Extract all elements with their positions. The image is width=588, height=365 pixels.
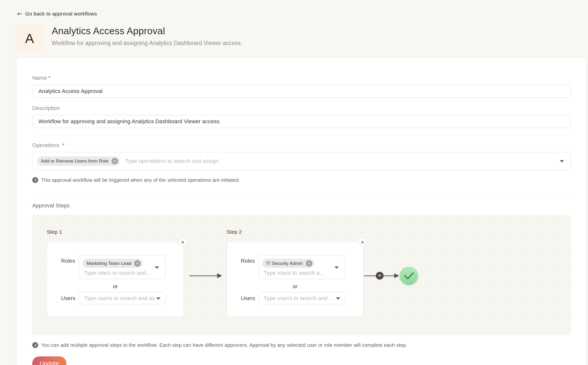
required-asterisk: * [49, 75, 51, 81]
info-icon: i [32, 342, 38, 348]
update-button[interactable]: Update [32, 356, 66, 365]
roles-placeholder: Type role/s to search and... [84, 270, 156, 276]
operations-placeholder: Type operation/s to search and assign [125, 158, 219, 164]
back-link[interactable]: ← Go back to approval workflows [17, 11, 97, 17]
info-icon: i [32, 177, 38, 183]
steps-info-text: You can add multiple approval steps to t… [41, 342, 407, 348]
chip-remove-icon[interactable]: × [306, 260, 312, 267]
approval-workflow-page: ← Go back to approval workflows A Analyt… [0, 0, 588, 365]
step-2-close-button[interactable]: × [358, 238, 367, 246]
operations-multiselect[interactable]: Add or Remove Users from Role × Type ope… [32, 152, 571, 170]
operation-chip-label: Add or Remove Users from Role [41, 158, 109, 164]
roles-label: Roles [241, 258, 255, 264]
divider [32, 135, 571, 135]
chevron-down-icon[interactable] [560, 160, 564, 163]
divider [32, 193, 571, 194]
step-2-roles-select[interactable]: IT Security Admin × Type role/s to searc… [259, 255, 345, 279]
role-chip-label: IT Security Admin [266, 261, 303, 266]
steps-info: i You can add multiple approval steps to… [32, 342, 571, 348]
approval-steps-canvas: Step 1 × Roles Marketing Team Lead × Typ… [32, 215, 571, 335]
step-1-group: Step 1 × Roles Marketing Team Lead × Typ… [47, 229, 184, 317]
check-icon [404, 272, 414, 280]
role-chip: IT Security Admin × [262, 259, 314, 268]
operations-label: Operations * [32, 142, 571, 149]
close-icon: × [360, 239, 364, 245]
back-arrow-icon: ← [17, 11, 22, 17]
chevron-down-icon[interactable] [155, 266, 159, 269]
chevron-down-icon[interactable] [336, 297, 340, 300]
step-1-roles-select[interactable]: Marketing Team Lead × Type role/s to sea… [79, 255, 166, 279]
add-step-button[interactable]: + [376, 272, 384, 280]
arrow-head-icon [217, 273, 222, 278]
close-icon: × [181, 239, 185, 245]
role-chip-label: Marketing Team Lead [86, 261, 131, 266]
step-1-close-button[interactable]: × [179, 238, 187, 246]
arrow-head-icon [394, 273, 399, 278]
or-label: or [47, 283, 184, 290]
users-placeholder: Type user/s to search and as... [84, 295, 155, 302]
chip-remove-icon[interactable]: × [134, 260, 141, 267]
step-2-users-select[interactable]: Type user/s to search and ... [259, 292, 345, 304]
required-asterisk: * [62, 142, 65, 148]
chip-remove-icon[interactable]: × [112, 158, 118, 164]
chevron-down-icon[interactable] [334, 266, 339, 269]
users-label: Users [61, 295, 75, 302]
chevron-down-icon[interactable] [156, 297, 161, 300]
step-2-group: Step 2 × Roles IT Security Admin × Type … [227, 229, 364, 317]
avatar: A [16, 25, 43, 52]
name-label: Name* [32, 75, 571, 81]
name-input[interactable] [32, 85, 571, 98]
operations-info-text: This approval workflow will be triggered… [41, 177, 240, 183]
workflow-complete-node [400, 267, 418, 285]
page-subtitle: Workflow for approving and assigning Ana… [52, 40, 242, 46]
approval-steps-label: Approval Steps [32, 202, 571, 209]
back-link-label: Go back to approval workflows [25, 11, 97, 17]
operations-info: i This approval workflow will be trigger… [32, 177, 571, 183]
or-label: or [227, 283, 363, 290]
step-1-title: Step 1 [47, 229, 184, 235]
page-header: A Analytics Access Approval Workflow for… [16, 25, 588, 52]
description-input[interactable] [32, 115, 571, 128]
step-1-card: × Roles Marketing Team Lead × Type role/… [47, 242, 184, 317]
users-label: Users [241, 295, 255, 302]
operation-chip: Add or Remove Users from Role × [37, 156, 120, 166]
step-2-card: × Roles IT Security Admin × Type role/s … [227, 242, 364, 317]
roles-placeholder: Type role/s to search a... [264, 270, 335, 276]
step-2-title: Step 2 [227, 229, 364, 235]
users-placeholder: Type user/s to search and ... [264, 295, 333, 302]
page-title: Analytics Access Approval [52, 26, 242, 36]
description-label: Description [32, 105, 571, 111]
roles-label: Roles [61, 258, 75, 264]
role-chip: Marketing Team Lead × [82, 259, 143, 268]
step-1-users-select[interactable]: Type user/s to search and as... [79, 292, 166, 304]
workflow-form-card: Name* Description Operations * Add or Re… [16, 57, 587, 365]
